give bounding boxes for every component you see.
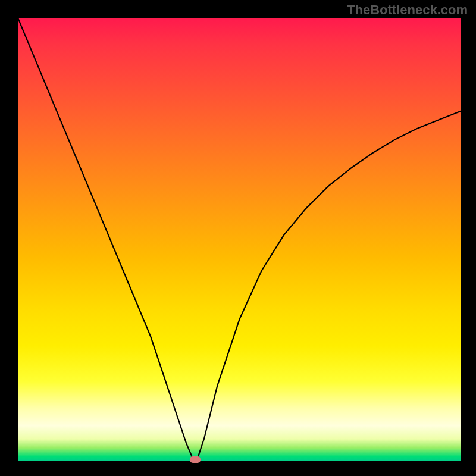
bottleneck-curve-path bbox=[18, 18, 461, 459]
watermark-text: TheBottleneck.com bbox=[347, 2, 468, 18]
chart-curve-svg bbox=[18, 18, 461, 461]
minimum-marker bbox=[190, 456, 201, 463]
